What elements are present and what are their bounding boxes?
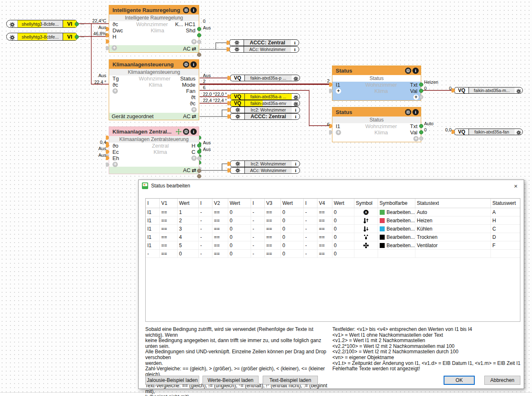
block-header[interactable]: Klimaanlagensteuerung i: [109, 60, 199, 69]
add-input-button[interactable]: +: [112, 45, 117, 51]
condition-cell[interactable]: ==: [264, 208, 281, 216]
add-output-button[interactable]: +: [191, 39, 197, 44]
output-pin[interactable]: [419, 83, 423, 87]
info-icon[interactable]: i: [412, 68, 419, 74]
condition-cell[interactable]: ==: [317, 225, 332, 233]
condition-cell[interactable]: 0: [228, 216, 251, 225]
condition-cell[interactable]: ==: [212, 250, 228, 258]
color-swatch[interactable]: [380, 226, 385, 231]
info-icon[interactable]: i: [292, 107, 300, 113]
ac-pin[interactable]: [197, 174, 201, 178]
output-pin[interactable]: [197, 27, 201, 31]
condition-cell[interactable]: 1: [177, 208, 198, 216]
source-shelly-1[interactable]: shellyhtg3-8cbfe... VI: [6, 20, 77, 28]
condition-cell[interactable]: I1: [146, 225, 159, 233]
condition-cell[interactable]: 0: [177, 250, 198, 258]
info-icon[interactable]: i: [291, 46, 299, 52]
abbrechen-button[interactable]: Abbrechen: [484, 376, 520, 385]
vq-faikin-env[interactable]: VQ faikin-atxd35a-env: [230, 100, 300, 107]
gear-icon[interactable]: [7, 20, 17, 27]
block-header[interactable]: Status i: [332, 66, 421, 75]
connector-acc-wohnzimmer-2[interactable]: ACc: Wohnzimmer i: [230, 167, 300, 174]
close-icon[interactable]: ×: [511, 182, 520, 189]
condition-cell[interactable]: 0: [281, 250, 303, 258]
add-input-button[interactable]: +: [336, 88, 341, 94]
block-header[interactable]: Klimaanlagen Zentral... i: [109, 127, 199, 136]
condition-cell[interactable]: ==: [264, 241, 281, 250]
statuswert-cell[interactable]: C: [491, 225, 520, 233]
condition-cell[interactable]: -: [303, 241, 317, 250]
condition-cell[interactable]: -: [303, 233, 317, 241]
condition-cell[interactable]: 0: [281, 208, 303, 216]
gear-icon[interactable]: [183, 7, 189, 13]
info-icon[interactable]: i: [292, 168, 300, 173]
condition-cell[interactable]: -: [198, 250, 212, 258]
gear-icon[interactable]: [231, 114, 245, 119]
statuswert-cell[interactable]: H: [491, 216, 520, 225]
block-intelligente-raumregelung[interactable]: Intelligente Raumregelung i Intelligente…: [109, 5, 199, 53]
condition-cell[interactable]: ==: [317, 250, 332, 258]
gear-icon[interactable]: [231, 168, 245, 173]
condition-cell[interactable]: ==: [317, 233, 332, 241]
output-pin-add[interactable]: [419, 136, 423, 141]
block-klimaanlagen-zentralsteuerung[interactable]: Klimaanlagen Zentral... i Klimaanlagen Z…: [109, 126, 199, 174]
condition-cell[interactable]: 3: [177, 225, 198, 233]
output-pin[interactable]: [75, 35, 79, 39]
condition-cell[interactable]: I1: [146, 216, 159, 225]
condition-cell[interactable]: 0: [281, 216, 303, 225]
condition-cell[interactable]: -: [251, 208, 264, 216]
connector-accc-zentral[interactable]: ACCC: Zentral i: [229, 39, 299, 46]
condition-cell[interactable]: -: [303, 208, 317, 216]
statustext-cell[interactable]: Auto: [415, 208, 491, 216]
gear-icon[interactable]: [230, 40, 244, 46]
condition-cell[interactable]: -: [146, 250, 159, 258]
input-pin[interactable]: [106, 39, 110, 44]
ac-pin[interactable]: [197, 53, 201, 57]
block-header[interactable]: Intelligente Raumregelung i: [109, 5, 199, 15]
symbolfarbe-cell[interactable]: Bearbeiten...: [378, 241, 415, 250]
condition-cell[interactable]: -: [303, 250, 317, 258]
condition-cell[interactable]: -: [251, 225, 264, 233]
condition-cell[interactable]: 0: [281, 233, 303, 241]
gear-icon[interactable]: [292, 94, 300, 100]
condition-cell[interactable]: ==: [212, 208, 228, 216]
add-input-button[interactable]: +: [112, 88, 118, 94]
condition-cell[interactable]: I1: [146, 208, 159, 216]
condition-cell[interactable]: I1: [146, 233, 159, 241]
status-table-row[interactable]: -==0-==0-==0-==0: [146, 250, 520, 258]
condition-cell[interactable]: ==: [212, 241, 228, 250]
condition-cell[interactable]: -: [198, 208, 212, 216]
color-swatch[interactable]: [380, 243, 385, 248]
symbol-cell[interactable]: A: [354, 208, 378, 216]
output-pin-add[interactable]: [419, 95, 423, 99]
info-icon[interactable]: i: [190, 61, 197, 68]
info-icon[interactable]: i: [291, 40, 299, 46]
symbolfarbe-cell[interactable]: [378, 250, 415, 258]
condition-cell[interactable]: 4: [177, 233, 198, 241]
condition-cell[interactable]: -: [303, 216, 317, 225]
symbolfarbe-cell[interactable]: Bearbeiten...: [378, 216, 415, 225]
gear-icon[interactable]: [183, 129, 189, 135]
info-icon[interactable]: i: [292, 114, 300, 119]
block-header[interactable]: Status i: [332, 107, 421, 117]
color-swatch[interactable]: [380, 218, 385, 223]
symbol-cell[interactable]: [354, 216, 378, 225]
output-pin-add[interactable]: [197, 40, 201, 44]
condition-cell[interactable]: ==: [159, 241, 177, 250]
block-status-2[interactable]: Status i Status I1WohnzimmerTxt KlimaVal…: [332, 107, 421, 142]
condition-cell[interactable]: ==: [264, 216, 281, 225]
add-output-button[interactable]: +: [191, 107, 197, 112]
gear-icon[interactable]: [515, 87, 522, 93]
output-pin[interactable]: [197, 33, 201, 37]
block-status-1[interactable]: Status i Status I1WohnzimmerTxt KlimaVal…: [332, 66, 421, 101]
condition-cell[interactable]: 0: [228, 241, 251, 250]
output-pin[interactable]: [419, 124, 423, 128]
gear-icon[interactable]: [231, 161, 245, 167]
condition-cell[interactable]: -: [198, 241, 212, 250]
vq-faikin-p[interactable]: VQ faikin-atxd35a-p ...: [230, 75, 300, 81]
move-icon[interactable]: [176, 129, 182, 135]
vq-faikin-m[interactable]: VQ faikin-atxd35a-m...: [454, 87, 523, 94]
gear-icon[interactable]: [405, 68, 411, 74]
condition-cell[interactable]: -: [303, 225, 317, 233]
output-pin[interactable]: [197, 150, 201, 154]
